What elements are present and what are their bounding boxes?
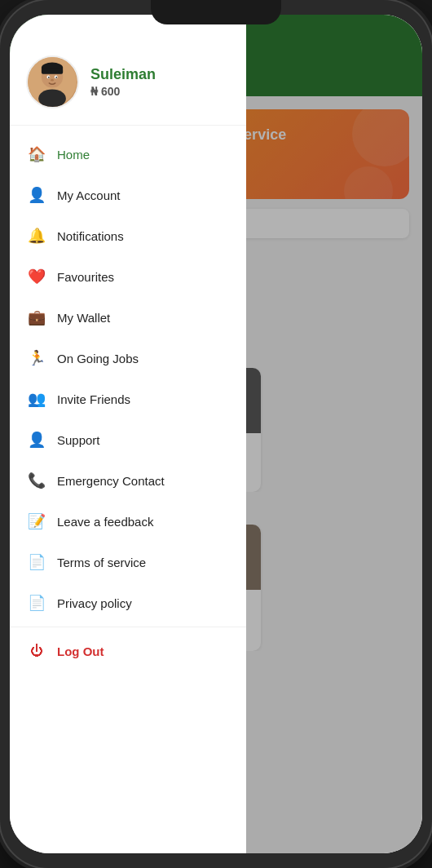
user-balance: ₦ 600: [90, 85, 230, 98]
avatar-svg: [28, 55, 77, 108]
favourites-icon: ❤️: [28, 268, 46, 286]
menu-item-ongoing-jobs[interactable]: 🏃 On Going Jobs: [10, 338, 246, 379]
home-icon: 🏠: [28, 145, 46, 163]
menu-item-favourites[interactable]: ❤️ Favourites: [10, 256, 246, 297]
menu-item-invite-friends[interactable]: 👥 Invite Friends: [10, 379, 246, 419]
menu-label-home: Home: [57, 148, 90, 162]
support-icon: 👤: [28, 431, 46, 449]
menu-label-invite-friends: Invite Friends: [57, 392, 130, 406]
menu-label-logout: Log Out: [57, 644, 104, 658]
svg-point-1: [38, 89, 66, 108]
leave-feedback-icon: 📝: [28, 512, 46, 530]
invite-friends-icon: 👥: [28, 390, 46, 408]
svg-point-7: [48, 77, 50, 78]
avatar: [26, 55, 79, 108]
menu-list: 🏠 Home 👤 My Account 🔔 Notifications ❤️ F…: [10, 126, 246, 680]
menu-item-my-account[interactable]: 👤 My Account: [10, 175, 246, 215]
menu-divider: [10, 627, 246, 627]
menu-item-terms-of-service[interactable]: 📄 Terms of service: [10, 542, 246, 582]
menu-item-logout[interactable]: ⏻ Log Out: [10, 631, 246, 671]
menu-label-emergency-contact: Emergency Contact: [57, 474, 165, 488]
balance-value: ₦ 600: [90, 85, 120, 98]
menu-item-support[interactable]: 👤 Support: [10, 419, 246, 460]
svg-rect-4: [42, 68, 63, 74]
my-wallet-icon: 💼: [28, 308, 46, 326]
menu-label-support: Support: [57, 433, 100, 447]
menu-label-leave-feedback: Leave a feedback: [57, 515, 153, 529]
phone-frame: ☰ 15 Avenue Road, P... Enjoy 10% cashbac…: [0, 0, 432, 868]
menu-label-notifications: Notifications: [57, 229, 124, 243]
menu-item-notifications[interactable]: 🔔 Notifications: [10, 215, 246, 256]
logout-icon: ⏻: [28, 642, 46, 660]
menu-label-terms-of-service: Terms of service: [57, 556, 146, 569]
drawer-header: Suleiman ₦ 600: [10, 15, 246, 126]
user-name: Suleiman: [90, 66, 230, 83]
svg-point-9: [51, 79, 54, 82]
menu-label-my-account: My Account: [57, 188, 121, 202]
my-account-icon: 👤: [28, 186, 46, 204]
terms-icon: 📄: [28, 553, 46, 571]
phone-screen: ☰ 15 Avenue Road, P... Enjoy 10% cashbac…: [10, 15, 422, 853]
menu-label-privacy-policy: Privacy policy: [57, 596, 132, 610]
menu-item-my-wallet[interactable]: 💼 My Wallet: [10, 297, 246, 338]
phone-notch: [151, 0, 281, 24]
menu-label-ongoing-jobs: On Going Jobs: [57, 352, 139, 365]
side-drawer: Suleiman ₦ 600 🏠 Home 👤 My Account: [10, 15, 246, 853]
emergency-contact-icon: 📞: [28, 472, 46, 489]
menu-label-my-wallet: My Wallet: [57, 311, 110, 325]
avatar-image: [28, 57, 77, 107]
svg-point-8: [55, 77, 57, 78]
user-info: Suleiman ₦ 600: [90, 66, 230, 98]
menu-item-home[interactable]: 🏠 Home: [10, 134, 246, 175]
menu-item-emergency-contact[interactable]: 📞 Emergency Contact: [10, 460, 246, 501]
menu-item-leave-feedback[interactable]: 📝 Leave a feedback: [10, 501, 246, 542]
privacy-icon: 📄: [28, 594, 46, 612]
menu-item-privacy-policy[interactable]: 📄 Privacy policy: [10, 582, 246, 623]
notifications-icon: 🔔: [28, 227, 46, 245]
menu-label-favourites: Favourites: [57, 270, 114, 284]
screen-inner: ☰ 15 Avenue Road, P... Enjoy 10% cashbac…: [10, 15, 422, 853]
ongoing-jobs-icon: 🏃: [28, 349, 46, 367]
